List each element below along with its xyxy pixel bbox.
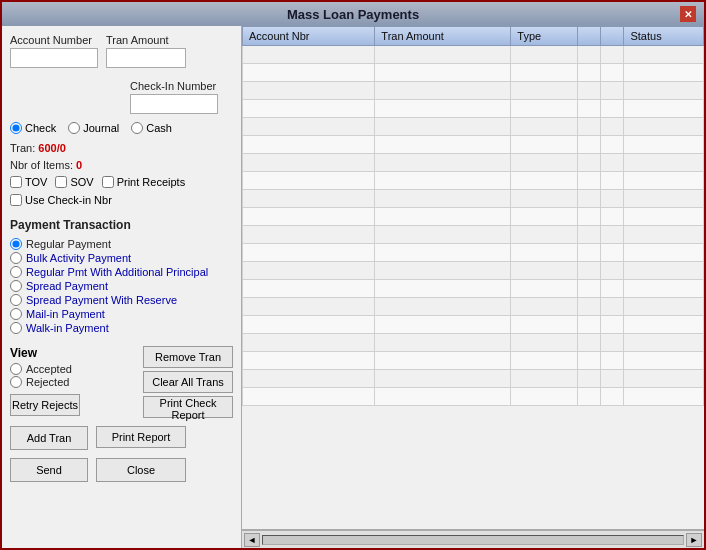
payment-option-label-1: Bulk Activity Payment — [26, 252, 131, 264]
account-number-input[interactable] — [10, 48, 98, 68]
send-button[interactable]: Send — [10, 458, 88, 482]
main-content: Account Number Tran Amount Check-In Numb… — [2, 26, 704, 548]
account-number-group: Account Number — [10, 34, 98, 68]
table-row — [243, 82, 704, 100]
use-checkin-text: Use Check-in Nbr — [25, 194, 112, 206]
print-check-report-button[interactable]: Print Check Report — [143, 396, 233, 418]
payment-option-2[interactable]: Regular Pmt With Additional Principal — [10, 266, 233, 278]
top-fields: Account Number Tran Amount — [10, 34, 233, 68]
print-report-button[interactable]: Print Report — [96, 426, 186, 448]
payment-option-6[interactable]: Walk-in Payment — [10, 322, 233, 334]
right-panel: Account Nbr Tran Amount Type Status — [242, 26, 704, 548]
scroll-track[interactable] — [262, 535, 684, 545]
table-row — [243, 244, 704, 262]
view-right-buttons: Remove Tran Clear All Trans Print Check … — [143, 346, 233, 418]
tran-amount-label: Tran Amount — [106, 34, 186, 46]
tov-text: TOV — [25, 176, 47, 188]
bottom-action-row: Add Tran Print Report — [10, 426, 233, 450]
payment-option-3[interactable]: Spread Payment — [10, 280, 233, 292]
journal-radio[interactable] — [68, 122, 80, 134]
table-row — [243, 100, 704, 118]
horizontal-scrollbar[interactable]: ◄ ► — [242, 530, 704, 548]
payment-radio-4[interactable] — [10, 294, 22, 306]
sov-label[interactable]: SOV — [55, 176, 93, 188]
check-radio[interactable] — [10, 122, 22, 134]
payment-radio-0[interactable] — [10, 238, 22, 250]
checkin-label: Check-In Number — [130, 80, 233, 92]
tran-amount-input[interactable] — [106, 48, 186, 68]
view-left: View Accepted Rejected Retry Rejects — [10, 346, 135, 418]
cash-label: Cash — [146, 122, 172, 134]
col-status: Status — [624, 27, 704, 46]
col-tran-amount: Tran Amount — [375, 27, 511, 46]
payment-radio-5[interactable] — [10, 308, 22, 320]
payment-option-label-0: Regular Payment — [26, 238, 111, 250]
payment-option-5[interactable]: Mail-in Payment — [10, 308, 233, 320]
payment-transaction-title: Payment Transaction — [10, 218, 233, 232]
view-rejected-radio[interactable] — [10, 376, 22, 388]
retry-rejects-button[interactable]: Retry Rejects — [10, 394, 80, 416]
payment-radio-1[interactable] — [10, 252, 22, 264]
use-checkin-checkbox[interactable] — [10, 194, 22, 206]
col-4 — [577, 27, 600, 46]
table-row — [243, 154, 704, 172]
check-radio-label[interactable]: Check — [10, 122, 56, 134]
checkin-input[interactable] — [130, 94, 218, 114]
cash-radio[interactable] — [131, 122, 143, 134]
journal-label: Journal — [83, 122, 119, 134]
print-receipts-text: Print Receipts — [117, 176, 185, 188]
view-radios: Accepted Rejected — [10, 363, 135, 388]
table-header-row: Account Nbr Tran Amount Type Status — [243, 27, 704, 46]
table-row — [243, 334, 704, 352]
view-accepted-label[interactable]: Accepted — [10, 363, 135, 375]
table-row — [243, 118, 704, 136]
table-wrapper[interactable]: Account Nbr Tran Amount Type Status — [242, 26, 704, 530]
use-checkin-label[interactable]: Use Check-in Nbr — [10, 194, 112, 206]
payment-option-label-2: Regular Pmt With Additional Principal — [26, 266, 208, 278]
payment-radio-2[interactable] — [10, 266, 22, 278]
add-tran-button[interactable]: Add Tran — [10, 426, 88, 450]
window-title: Mass Loan Payments — [26, 7, 680, 22]
table-row — [243, 352, 704, 370]
payment-option-0[interactable]: Regular Payment — [10, 238, 233, 250]
tran-amount-group: Tran Amount — [106, 34, 186, 68]
payment-option-label-5: Mail-in Payment — [26, 308, 105, 320]
tov-label[interactable]: TOV — [10, 176, 47, 188]
window-close-button[interactable]: ✕ — [680, 6, 696, 22]
clear-all-trans-button[interactable]: Clear All Trans — [143, 371, 233, 393]
nbr-items-label: Nbr of Items: — [10, 159, 73, 171]
close-main-button[interactable]: Close — [96, 458, 186, 482]
checkin-group: Check-In Number — [130, 80, 233, 114]
print-receipts-checkbox[interactable] — [102, 176, 114, 188]
print-receipts-label[interactable]: Print Receipts — [102, 176, 185, 188]
table-row — [243, 280, 704, 298]
remove-tran-button[interactable]: Remove Tran — [143, 346, 233, 368]
table-row — [243, 136, 704, 154]
payment-radio-6[interactable] — [10, 322, 22, 334]
view-rejected-label[interactable]: Rejected — [10, 376, 135, 388]
options-row1: TOV SOV Print Receipts — [10, 176, 233, 188]
cash-radio-label[interactable]: Cash — [131, 122, 172, 134]
tov-checkbox[interactable] — [10, 176, 22, 188]
payment-type-row: Check Journal Cash — [10, 122, 233, 134]
table-row — [243, 388, 704, 406]
table-row — [243, 208, 704, 226]
table-row — [243, 46, 704, 64]
sov-checkbox[interactable] — [55, 176, 67, 188]
payment-radio-3[interactable] — [10, 280, 22, 292]
col-account-nbr: Account Nbr — [243, 27, 375, 46]
tran-info: Tran: 600/0 — [10, 142, 233, 154]
payment-option-label-4: Spread Payment With Reserve — [26, 294, 177, 306]
journal-radio-label[interactable]: Journal — [68, 122, 119, 134]
main-window: Mass Loan Payments ✕ Account Number Tran… — [0, 0, 706, 550]
payment-option-1[interactable]: Bulk Activity Payment — [10, 252, 233, 264]
table-row — [243, 64, 704, 82]
scroll-left-arrow[interactable]: ◄ — [244, 533, 260, 547]
table-row — [243, 262, 704, 280]
payment-option-4[interactable]: Spread Payment With Reserve — [10, 294, 233, 306]
tran-label: Tran: — [10, 142, 35, 154]
view-accepted-radio[interactable] — [10, 363, 22, 375]
scroll-right-arrow[interactable]: ► — [686, 533, 702, 547]
table-row — [243, 316, 704, 334]
left-panel: Account Number Tran Amount Check-In Numb… — [2, 26, 242, 548]
